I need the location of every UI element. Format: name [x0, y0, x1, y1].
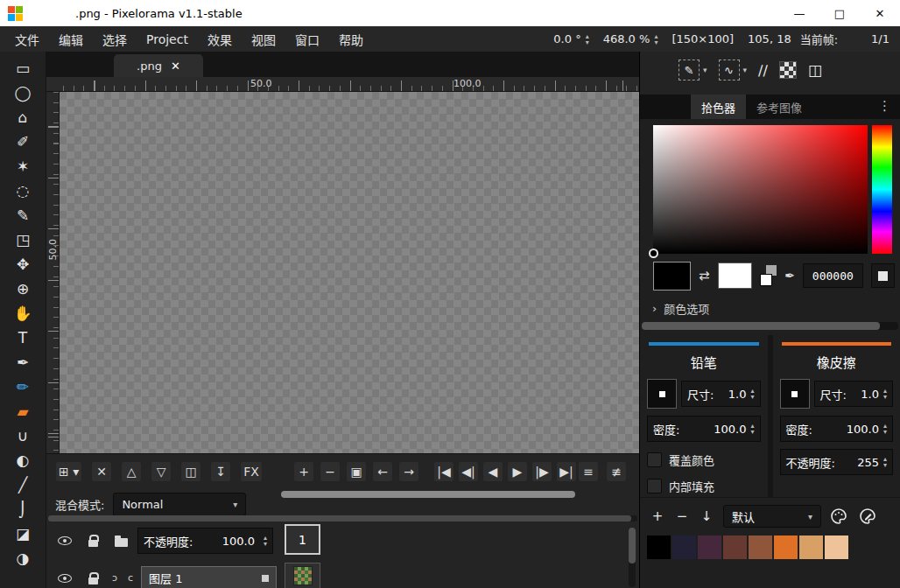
- stepper-arrows[interactable]: ▴▾: [654, 33, 657, 46]
- zoom-spinbox[interactable]: 468.0 % ▴▾: [603, 32, 658, 46]
- palette-swatch[interactable]: [749, 536, 772, 559]
- palette-settings-icon[interactable]: [827, 505, 850, 528]
- overwrite-color-checkbox[interactable]: 覆盖颜色: [647, 452, 761, 468]
- drawing-canvas[interactable]: [60, 92, 639, 453]
- palette-swatch[interactable]: [672, 536, 696, 559]
- menu-文件[interactable]: 文件: [5, 31, 49, 48]
- go-first-frame-button[interactable]: |◀: [433, 461, 454, 482]
- tool-curve[interactable]: ⌡: [8, 497, 38, 522]
- tool-bucket[interactable]: ∪: [8, 424, 38, 448]
- onion-skin-button[interactable]: ≢: [606, 461, 627, 482]
- tool-polygon-select[interactable]: ⌂: [8, 105, 38, 130]
- tool-line[interactable]: ╱: [8, 472, 38, 497]
- tool-pencil[interactable]: ✏: [8, 374, 38, 399]
- add-palette-button[interactable]: +: [647, 506, 668, 527]
- stepper-arrows[interactable]: ▴▾: [883, 388, 887, 400]
- pencil-brush-preview[interactable]: [647, 379, 677, 409]
- tool-ellipse-select[interactable]: ◯: [8, 80, 38, 105]
- menu-视图[interactable]: 视图: [242, 31, 285, 48]
- import-palette-button[interactable]: ↓: [696, 506, 717, 527]
- tool-color-picker[interactable]: ✒: [8, 350, 38, 374]
- menu-选择[interactable]: 选择: [93, 31, 137, 48]
- tool-zoom[interactable]: ⊕: [8, 276, 38, 301]
- frame-cell[interactable]: 1: [285, 524, 320, 555]
- panel-scrollbar[interactable]: [642, 322, 898, 330]
- color-handle[interactable]: [649, 248, 658, 258]
- hue-slider[interactable]: [872, 125, 892, 254]
- pencil-size-spinbox[interactable]: 尺寸: 1.0 ▴▾: [681, 381, 761, 407]
- menu-帮助[interactable]: 帮助: [329, 31, 373, 48]
- right-color-swatch[interactable]: [718, 262, 752, 289]
- move-frame-left-button[interactable]: ←: [372, 461, 393, 482]
- stepper-arrows[interactable]: ▴▾: [883, 456, 887, 468]
- pencil-density-spinbox[interactable]: 密度: 100.0 ▴▾: [647, 416, 761, 442]
- layer-name-field[interactable]: 图层 1: [141, 566, 277, 588]
- timeline-vertical-scrollbar[interactable]: [629, 528, 636, 587]
- stamp-button[interactable]: ◫: [808, 61, 822, 79]
- palette-swatch[interactable]: [647, 536, 671, 559]
- tool-shading[interactable]: ◐: [8, 448, 38, 472]
- mirror-button[interactable]: ∕∕: [758, 62, 768, 79]
- cel-unlink-icon[interactable]: c: [125, 572, 136, 584]
- layer-opacity-spinbox[interactable]: 不透明度: 100.0 ▴▾: [137, 528, 273, 554]
- tool-pan[interactable]: ✋: [8, 301, 38, 326]
- brush-type-button[interactable]: ✎ ▾: [679, 60, 707, 80]
- tab-reference-images[interactable]: 参考图像: [746, 94, 812, 119]
- tool-rectangle-select[interactable]: ▭: [8, 56, 38, 80]
- panel-menu-icon[interactable]: ⋮: [878, 98, 891, 114]
- play-backwards-button[interactable]: ◀: [482, 461, 503, 482]
- rotation-spinbox[interactable]: 0.0 ° ▴▾: [553, 32, 588, 46]
- default-colors-button[interactable]: [760, 264, 777, 287]
- menu-窗口[interactable]: 窗口: [285, 31, 329, 48]
- minimize-button[interactable]: —: [779, 0, 819, 26]
- stepper-arrows[interactable]: ▴▾: [751, 423, 755, 435]
- delete-layer-button[interactable]: ✕: [91, 461, 112, 482]
- menu-Project[interactable]: Project: [137, 32, 198, 46]
- go-last-frame-button[interactable]: ▶|: [556, 461, 577, 482]
- tool-color-select[interactable]: ✐: [8, 130, 38, 154]
- previous-frame-button[interactable]: ◀|: [458, 461, 479, 482]
- layer-fx-button[interactable]: FX: [240, 461, 263, 482]
- menu-编辑[interactable]: 编辑: [49, 31, 93, 48]
- palette-swatch[interactable]: [774, 536, 798, 559]
- add-frame-button[interactable]: +: [293, 461, 314, 482]
- layer-visibility-button[interactable]: [53, 529, 76, 552]
- eraser-size-spinbox[interactable]: 尺寸: 1.0 ▴▾: [814, 381, 894, 407]
- new-layer-button[interactable]: ⊞ ▾: [55, 461, 82, 482]
- layer-lock-button[interactable]: [81, 567, 104, 588]
- stepper-arrows[interactable]: ▴▾: [586, 33, 589, 46]
- fill-inside-checkbox[interactable]: 内部填充: [647, 478, 761, 494]
- hex-color-field[interactable]: 000000: [803, 263, 862, 288]
- eyedropper-icon[interactable]: ✒: [784, 269, 795, 283]
- clone-layer-button[interactable]: ◫: [180, 461, 201, 482]
- palette-swatch[interactable]: [825, 536, 848, 559]
- remove-palette-button[interactable]: −: [671, 506, 693, 527]
- cel-thumbnail[interactable]: [285, 563, 320, 588]
- palette-dropdown[interactable]: 默认 ▾: [723, 505, 821, 528]
- canvas-tab[interactable]: .png ✕: [114, 54, 203, 77]
- color-mode-button[interactable]: [871, 263, 895, 288]
- play-forward-button[interactable]: ▶: [507, 461, 528, 482]
- color-options-expander[interactable]: › 颜色选项: [652, 300, 709, 317]
- tool-move[interactable]: ✥: [8, 252, 38, 276]
- blend-mode-dropdown[interactable]: Normal ▾: [113, 493, 246, 516]
- next-frame-button[interactable]: |▶: [531, 461, 552, 482]
- tool-ellipse[interactable]: ◑: [8, 546, 38, 570]
- timeline-scrollbar[interactable]: [281, 491, 575, 498]
- layer-visibility-button[interactable]: [53, 567, 76, 588]
- merge-layer-down-button[interactable]: ↧: [210, 461, 231, 482]
- timeline-scrollbar-track[interactable]: [48, 515, 637, 522]
- maximize-button[interactable]: □: [819, 0, 860, 26]
- eraser-brush-preview[interactable]: [780, 379, 810, 409]
- stepper-arrows[interactable]: ▴▾: [883, 423, 887, 435]
- saturation-value-box[interactable]: [653, 125, 868, 254]
- stepper-arrows[interactable]: ▴▾: [264, 535, 267, 547]
- tool-text[interactable]: T: [8, 326, 38, 350]
- cel-link-icon[interactable]: ɔ: [109, 572, 120, 584]
- pattern-button[interactable]: ∿ ▾: [719, 60, 748, 80]
- tool-crop[interactable]: ◳: [8, 228, 38, 252]
- left-color-swatch[interactable]: [653, 262, 691, 290]
- tab-close-icon[interactable]: ✕: [171, 60, 180, 73]
- dither-button[interactable]: [779, 61, 797, 79]
- close-button[interactable]: ✕: [860, 0, 900, 26]
